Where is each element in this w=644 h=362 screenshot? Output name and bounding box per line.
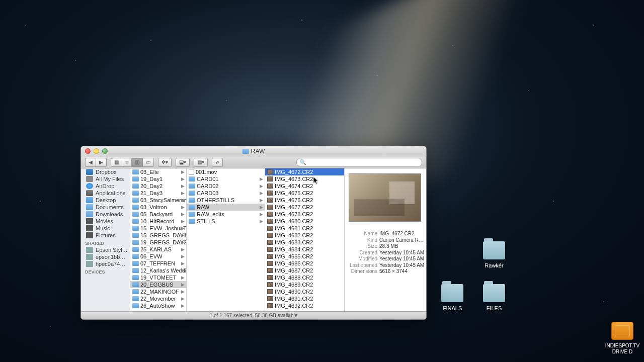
column-item[interactable]: 15_EVW_JoshuaTree▶ [130,225,186,232]
sidebar-item-label: Applications [96,190,125,196]
column-item[interactable]: IMG_4687.CR2 [265,267,344,274]
desktop-folder-files[interactable]: FILES [476,284,512,312]
column-item[interactable]: CARD02▶ [187,183,265,190]
sidebar-item-label: Movies [96,218,113,224]
column-item[interactable]: STILLS▶ [187,218,265,225]
column-item[interactable]: RAW▶ [187,204,265,211]
column-item[interactable]: 22_MAKINGOF▶ [130,288,186,295]
column-item[interactable]: IMG_4684.CR2 [265,246,344,253]
item-label: CARD03 [197,190,218,196]
desktop-folder-finals[interactable]: FINALS [435,284,470,312]
column-item[interactable]: 10_HitRecord▶ [130,218,186,225]
sidebar-item[interactable]: Documents [81,204,130,211]
column-item[interactable]: IMG_4691.CR2 [265,295,344,302]
desktop-folder-rawker[interactable]: Rawkér [476,241,512,269]
view-list-button[interactable]: ≡ [122,158,131,167]
view-coverflow-button[interactable]: ▭ [142,158,154,167]
search-input[interactable] [308,159,419,165]
raw-file-icon [267,303,273,308]
share-button[interactable]: ⬀ [212,158,223,167]
column-item[interactable]: IMG_4680.CR2 [265,218,344,225]
zoom-button[interactable] [102,148,108,154]
column-item[interactable]: 05_Backyard▶ [130,211,186,218]
column-item[interactable]: 03_Voltron▶ [130,204,186,211]
column-item[interactable]: 15_GREGS_DAY1▶ [130,232,186,239]
preview-thumbnail[interactable] [349,173,421,222]
folder-icon [132,296,139,301]
folder-icon [189,212,195,217]
close-button[interactable] [85,148,91,154]
sidebar-item[interactable]: All My Files [81,175,130,183]
raw-file-icon [267,169,273,174]
minimize-button[interactable] [94,148,99,154]
column-item[interactable]: RAW_edits▶ [187,211,265,218]
column-item[interactable]: 03_StacySalmeron▶ [130,197,186,204]
column-item[interactable]: 21_Day3▶ [130,190,186,197]
column-item[interactable]: IMG_4673.CR2 [265,175,344,183]
column-1[interactable]: 03_Elie▶19_Day1▶20_Day2▶21_Day3▶03_Stacy… [130,168,187,311]
column-item[interactable]: IMG_4678.CR2 [265,211,344,218]
column-item[interactable]: IMG_4688.CR2 [265,274,344,281]
sidebar[interactable]: DropboxAll My FilesAirDropApplicationsDe… [81,168,130,311]
column-item[interactable]: IMG_4683.CR2 [265,239,344,246]
column-item[interactable]: 07_TEFFREN▶ [130,260,186,267]
column-item[interactable]: IMG_4675.CR2 [265,190,344,197]
raw-file-icon [267,296,273,301]
search-field[interactable]: 🔍 [296,158,422,167]
column-item[interactable]: 19_Day1▶ [130,175,186,183]
sidebar-item[interactable]: Applications [81,190,130,197]
column-item[interactable]: CARD01▶ [187,175,265,183]
column-item[interactable]: 12_Karlas's Wedding▶ [130,267,186,274]
desktop-icon [86,197,93,203]
column-item[interactable]: CARD03▶ [187,190,265,197]
sidebar-item[interactable]: Downloads [81,211,130,218]
sidebar-item[interactable]: Movies [81,218,130,225]
finder-body: DropboxAll My FilesAirDropApplicationsDe… [81,168,426,311]
column-item[interactable]: 001.mov [187,168,265,175]
sidebar-item[interactable]: Dropbox [81,168,130,175]
sidebar-item[interactable]: Pictures [81,232,130,239]
column-item[interactable]: 03_Elie▶ [130,168,186,175]
back-button[interactable]: ◀ [85,158,96,167]
sidebar-item[interactable]: Desktop [81,197,130,204]
column-item[interactable]: 22_Movember▶ [130,295,186,302]
column-item[interactable]: IMG_4689.CR2 [265,281,344,288]
column-item[interactable]: IMG_4685.CR2 [265,253,344,260]
column-item[interactable]: 06_EVW▶ [130,253,186,260]
item-label: 20_Day2 [140,183,163,189]
sidebar-item-label: Desktop [96,197,116,203]
column-item[interactable]: IMG_4692.CR2 [265,302,344,309]
column-item[interactable]: IMG_4682.CR2 [265,232,344,239]
forward-button[interactable]: ▶ [96,158,107,167]
column-item[interactable]: 19_GREGS_DAY2▶ [130,239,186,246]
sidebar-item[interactable]: Music [81,225,130,232]
sidebar-item[interactable]: Epson Styl… [81,246,130,253]
column-item[interactable]: IMG_4674.CR2 [265,183,344,190]
column-item[interactable]: 19_VTOMEET▶ [130,274,186,281]
view-icon-button[interactable]: ▦ [111,158,122,167]
item-label: 19_VTOMEET [140,275,176,281]
column-item[interactable]: IMG_4690.CR2 [265,288,344,295]
titlebar[interactable]: RAW [81,146,426,156]
action-menu-button[interactable]: ✻▾ [158,158,172,167]
column-3[interactable]: IMG_4672.CR2IMG_4673.CR2IMG_4674.CR2IMG_… [265,168,345,311]
sidebar-item[interactable]: hpec9a74… [81,260,130,267]
column-item[interactable]: 26_AutoShow▶ [130,302,186,309]
sidebar-item[interactable]: epson1bb… [81,253,130,260]
sidebar-item[interactable]: AirDrop [81,183,130,190]
column-item[interactable]: OTHERSTILLS▶ [187,197,265,204]
column-2[interactable]: 001.movCARD01▶CARD02▶CARD03▶OTHERSTILLS▶… [187,168,265,311]
column-item[interactable]: IMG_4686.CR2 [265,260,344,267]
column-item[interactable]: 20_Day2▶ [130,183,186,190]
desktop-drive-indiespot[interactable]: INDIESPOT.TV DRIVE D [602,322,642,355]
column-item[interactable]: IMG_4677.CR2 [265,204,344,211]
arrange-menu-button[interactable]: ▦▾ [194,158,208,167]
dropbox-menu-button[interactable]: ⬓▾ [176,158,190,167]
column-item[interactable]: 25_KARLAS▶ [130,246,186,253]
column-item[interactable]: IMG_4676.CR2 [265,197,344,204]
column-item[interactable]: 20_EGGBUS▶ [130,281,186,288]
desktop-icon-label: FILES [476,305,512,312]
column-item[interactable]: IMG_4672.CR2 [265,168,344,175]
column-item[interactable]: IMG_4681.CR2 [265,225,344,232]
view-column-button[interactable]: ▥ [131,158,142,167]
